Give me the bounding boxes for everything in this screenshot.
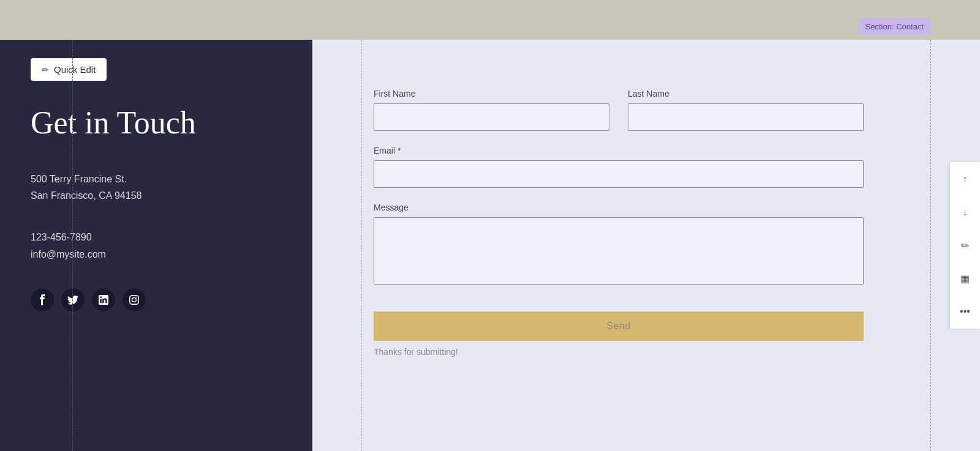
- email-group: Email *: [374, 146, 864, 188]
- move-down-button[interactable]: ↓: [954, 201, 976, 223]
- email-row: Email *: [374, 146, 864, 188]
- edit-icon: ✏: [961, 240, 969, 252]
- first-name-group: First Name: [374, 89, 609, 131]
- left-panel: ✏ Quick Edit Get in Touch 500 Terry Fran…: [0, 40, 312, 451]
- layout-icon: ▦: [960, 273, 970, 285]
- phone-number: 123-456-7890: [31, 229, 282, 247]
- last-name-group: Last Name: [628, 89, 864, 131]
- send-button[interactable]: Send: [374, 311, 864, 341]
- first-name-label: First Name: [374, 89, 609, 99]
- top-bar: [0, 0, 980, 40]
- social-icons: [31, 288, 282, 311]
- instagram-icon[interactable]: [123, 288, 146, 311]
- contact-info: 123-456-7890 info@mysite.com: [31, 229, 282, 264]
- move-up-button[interactable]: ↑: [954, 168, 976, 190]
- first-name-input[interactable]: [374, 103, 609, 131]
- facebook-icon[interactable]: [31, 288, 54, 311]
- last-name-label: Last Name: [628, 89, 864, 99]
- address-block: 500 Terry Francine St. San Francisco, CA…: [31, 171, 282, 204]
- right-toolbar: ↑ ↓ ✏ ▦ •••: [949, 162, 980, 329]
- message-group: Message: [374, 203, 864, 285]
- linkedin-icon[interactable]: [92, 288, 115, 311]
- address-line2: San Francisco, CA 94158: [31, 187, 282, 204]
- edit-button[interactable]: ✏: [954, 234, 976, 256]
- pencil-icon: ✏: [42, 65, 49, 75]
- name-row: First Name Last Name: [374, 89, 864, 131]
- message-label: Message: [374, 203, 864, 212]
- layout-button[interactable]: ▦: [954, 267, 976, 289]
- address-line1: 500 Terry Francine St.: [31, 171, 282, 187]
- main-area: ✏ Quick Edit Get in Touch 500 Terry Fran…: [0, 40, 980, 451]
- email-input[interactable]: [374, 160, 864, 188]
- quick-edit-button[interactable]: ✏ Quick Edit: [31, 58, 107, 81]
- message-input[interactable]: [374, 217, 864, 285]
- submit-message: Thanks for submitting!: [374, 347, 864, 357]
- right-panel: First Name Last Name Email * Message: [312, 40, 980, 451]
- twitter-icon[interactable]: [61, 288, 85, 311]
- contact-form: First Name Last Name Email * Message: [374, 89, 864, 357]
- section-label: Section: Contact: [858, 18, 931, 35]
- down-arrow-icon: ↓: [963, 207, 968, 218]
- contact-title: Get in Touch: [31, 105, 282, 140]
- email-address: info@mysite.com: [31, 246, 282, 264]
- more-icon: •••: [960, 306, 970, 317]
- quick-edit-label: Quick Edit: [54, 64, 96, 75]
- last-name-input[interactable]: [628, 103, 864, 131]
- message-row: Message: [374, 203, 864, 285]
- more-button[interactable]: •••: [954, 300, 976, 322]
- up-arrow-icon: ↑: [963, 174, 968, 185]
- email-label: Email *: [374, 146, 864, 155]
